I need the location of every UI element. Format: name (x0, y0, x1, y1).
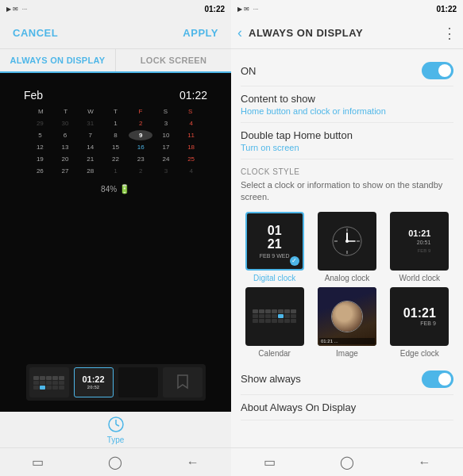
cal-header-s2: S (178, 108, 203, 115)
clock-option-calendar[interactable]: Calendar (241, 287, 308, 358)
top-bar: CANCEL APPLY (0, 17, 231, 49)
cal-header-f: F (128, 108, 152, 115)
screen-time: 01:22 (179, 89, 207, 102)
content-to-show-row[interactable]: Content to show Home button and clock or… (241, 86, 453, 123)
edge-time: 01:21 (403, 306, 436, 321)
clock-option-image[interactable]: 01:21 ... Image (313, 287, 380, 358)
type-label: Type (107, 436, 125, 444)
cal-cell: 6 (53, 130, 77, 140)
status-icons-left: ▶ ✉ ··· (6, 6, 27, 13)
clock-thumb-analog (318, 212, 376, 271)
nav-home-button[interactable]: ◯ (108, 455, 122, 470)
status-time-left: 01:22 (204, 5, 225, 13)
status-time-right: 01:22 (436, 5, 457, 13)
clock-thumb-edge: 01:21 FEB 9 (390, 287, 449, 346)
double-tap-info: Double tap Home button Turn on screen (241, 129, 353, 152)
content-to-show-info: Content to show Home button and clock or… (241, 93, 386, 116)
about-label: About Always On Display (241, 401, 356, 413)
clock-icon (106, 415, 125, 434)
world-clock-display: 01:21 20:51 FEB 9 (408, 228, 430, 254)
status-icons-right: ▶ ✉ ··· (237, 6, 258, 13)
edge-clock-display: 01:21 FEB 9 (400, 303, 439, 329)
cal-cell: 28 (79, 166, 102, 176)
show-always-row: Show always (241, 364, 453, 395)
on-toggle[interactable] (422, 62, 453, 79)
cal-cell: 24 (154, 154, 178, 164)
cal-cell: 3 (154, 118, 178, 129)
cal-cell: 29 (29, 118, 52, 129)
digital-time-display: 0121 (260, 224, 290, 251)
clock-option-digital[interactable]: 0121 FEB 9 WED Digital clock (241, 212, 308, 282)
cal-cell: 5 (29, 130, 52, 140)
show-always-label: Show always (241, 373, 301, 385)
clock-option-edge[interactable]: 01:21 FEB 9 Edge clock (386, 287, 453, 358)
clock-opt-label-image: Image (336, 349, 358, 358)
clock-thumb-calendar (245, 287, 304, 346)
cal-cell: 8 (104, 130, 128, 140)
double-tap-row[interactable]: Double tap Home button Turn on screen (241, 123, 453, 159)
show-always-toggle[interactable] (422, 370, 453, 388)
thumb-empty[interactable] (118, 367, 158, 397)
content-to-show-sublabel: Home button and clock or information (241, 106, 386, 116)
cal-cell: 20 (53, 154, 77, 164)
tab-always-on-display[interactable]: ALWAYS ON DISPLAY (0, 49, 115, 71)
thumb-calendar[interactable] (29, 367, 69, 397)
cal-header-w: W (78, 108, 102, 115)
screen-date: Feb (24, 89, 43, 102)
nav-back-button[interactable]: ← (187, 455, 199, 470)
cal-header-m: M (29, 108, 53, 115)
clock-opt-label-analog: Analog clock (325, 274, 370, 282)
cal-cell: 7 (79, 130, 102, 140)
cal-cell: 2 (129, 166, 152, 176)
about-row[interactable]: About Always On Display (241, 395, 453, 420)
cal-header-t2: T (103, 108, 128, 115)
right-nav-bar: ▭ ◯ ← (231, 447, 463, 476)
cal-cell: 25 (179, 154, 203, 164)
back-button[interactable]: ‹ (237, 25, 242, 41)
double-tap-label: Double tap Home button (241, 129, 353, 141)
cal-cell: 13 (53, 142, 77, 152)
cancel-button[interactable]: CANCEL (13, 27, 58, 39)
content-to-show-label: Content to show (241, 93, 386, 105)
nav-home-button-right[interactable]: ◯ (340, 455, 354, 470)
apply-button[interactable]: APPLY (183, 27, 218, 39)
clock-thumb-image: 01:21 ... (318, 287, 376, 346)
cal-header-t1: T (53, 108, 78, 115)
cal-cell: 10 (154, 130, 178, 140)
thumb-bookmark[interactable] (163, 367, 203, 397)
svg-line-2 (116, 424, 119, 426)
clock-option-world[interactable]: 01:21 20:51 FEB 9 World clock (386, 212, 453, 282)
cal-cell: 30 (53, 118, 77, 129)
svg-point-11 (345, 240, 349, 243)
clock-opt-label-edge: Edge clock (400, 349, 439, 358)
clock-thumb-world: 01:21 20:51 FEB 9 (390, 212, 449, 271)
phone-screen: Feb 01:22 M T W T F S S 29 30 31 1 2 3 (0, 73, 231, 412)
cal-cell: 4 (179, 118, 203, 129)
cal-cell: 15 (104, 142, 128, 152)
screen-date-row: Feb 01:22 (8, 89, 223, 102)
double-tap-sublabel: Turn on screen (241, 143, 353, 152)
selected-checkmark (290, 256, 299, 266)
cal-grid: 29 30 31 1 2 3 4 5 6 7 8 9 10 11 12 13 1… (29, 118, 203, 176)
cal-cell: 11 (179, 130, 203, 140)
nav-recent-button[interactable]: ▭ (32, 455, 44, 470)
nav-back-button-right[interactable]: ← (419, 455, 431, 470)
on-row: ON (241, 56, 453, 86)
cal-cell: 23 (129, 154, 152, 164)
type-section: Type (0, 412, 231, 447)
left-panel: ▶ ✉ ··· 01:22 CANCEL APPLY ALWAYS ON DIS… (0, 0, 231, 476)
thumb-digital[interactable]: 01:22 20:52 (74, 367, 114, 397)
more-options-button[interactable]: ⋮ (442, 25, 457, 42)
battery-status: 84% 🔋 (101, 184, 130, 194)
status-bar-right: ▶ ✉ ··· 01:22 (231, 0, 463, 17)
cal-cell: 31 (79, 118, 102, 129)
clock-thumb-digital: 0121 FEB 9 WED (245, 212, 304, 271)
clock-style-section-label: CLOCK STYLE (241, 159, 453, 179)
nav-recent-button-right[interactable]: ▭ (264, 455, 276, 470)
cal-cell: 14 (79, 142, 102, 152)
cal-cell: 17 (154, 142, 178, 152)
cal-cell: 26 (29, 166, 52, 176)
clock-option-analog[interactable]: Analog clock (313, 212, 380, 282)
tab-lock-screen[interactable]: LOCK SCREEN (116, 49, 231, 71)
thumbnail-row: 01:22 20:52 (26, 364, 206, 401)
